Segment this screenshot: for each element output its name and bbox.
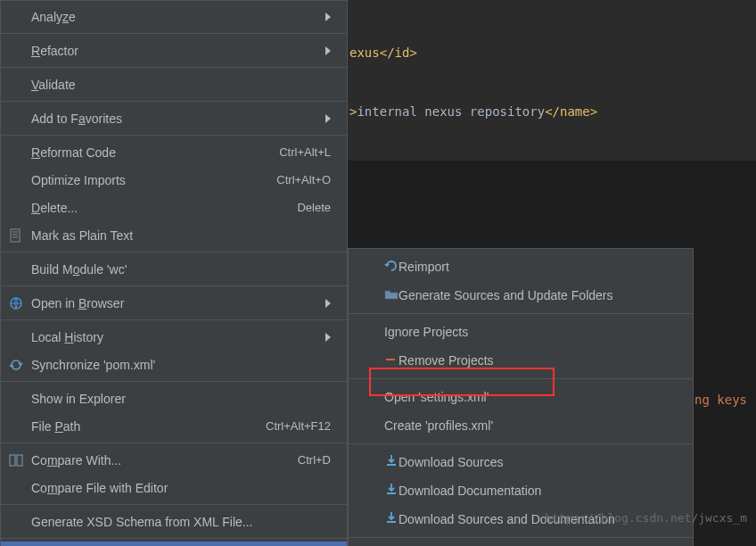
plain-text-icon bbox=[8, 228, 24, 244]
download-icon bbox=[384, 454, 399, 471]
menu-show-explorer[interactable]: Show in Explorer bbox=[1, 385, 347, 412]
menu-local-history[interactable]: Local History bbox=[1, 323, 347, 351]
browser-icon bbox=[8, 295, 24, 311]
menu-separator bbox=[1, 135, 347, 136]
menu-synchronize[interactable]: Synchronize 'pom.xml' bbox=[1, 351, 347, 378]
submenu-label: Create 'profiles.xml' bbox=[384, 418, 677, 433]
menu-maven[interactable]: m Maven bbox=[1, 542, 347, 546]
menu-add-favorites[interactable]: Add to Favorites bbox=[1, 104, 347, 132]
menu-separator bbox=[1, 33, 347, 34]
watermark-text: https://blog.csdn.net/jwcxs_m bbox=[545, 511, 747, 525]
menu-separator bbox=[1, 443, 347, 443]
menu-delete[interactable]: Delete... Delete bbox=[1, 194, 347, 221]
submenu-show-effective-pom[interactable]: Show Effective POM bbox=[349, 542, 693, 546]
shortcut-text: Delete bbox=[297, 201, 331, 214]
menu-separator bbox=[1, 285, 347, 286]
menu-label: Show in Explorer bbox=[31, 392, 331, 406]
shortcut-text: Ctrl+Alt+F12 bbox=[266, 419, 331, 433]
menu-label: Delete... bbox=[31, 201, 297, 215]
sync-icon bbox=[8, 357, 24, 373]
menu-label: Reformat Code bbox=[31, 145, 279, 160]
compare-icon bbox=[8, 452, 24, 468]
submenu-label: Open 'settings.xml' bbox=[384, 390, 677, 404]
menu-separator bbox=[349, 378, 693, 379]
menu-separator bbox=[1, 252, 347, 252]
menu-label: Compare File with Editor bbox=[31, 481, 331, 495]
download-icon bbox=[384, 483, 399, 500]
menu-label: Add to Favorites bbox=[31, 112, 318, 126]
submenu-arrow-icon bbox=[325, 299, 331, 308]
menu-separator bbox=[349, 443, 693, 444]
menu-separator bbox=[1, 504, 347, 505]
menu-separator bbox=[349, 537, 693, 538]
submenu-arrow-icon bbox=[325, 46, 331, 55]
shortcut-text: Ctrl+Alt+L bbox=[279, 145, 331, 159]
svg-rect-6 bbox=[17, 455, 22, 466]
menu-separator bbox=[1, 319, 347, 320]
svg-rect-5 bbox=[10, 455, 15, 466]
menu-separator bbox=[1, 101, 347, 102]
shortcut-text: Ctrl+Alt+O bbox=[276, 173, 331, 186]
menu-label: Build Module 'wc' bbox=[31, 262, 331, 277]
menu-reformat-code[interactable]: Reformat Code Ctrl+Alt+L bbox=[1, 138, 347, 166]
menu-separator bbox=[1, 67, 347, 68]
menu-label: Refactor bbox=[31, 44, 318, 58]
menu-label: Optimize Imports bbox=[31, 173, 276, 187]
submenu-ignore-projects[interactable]: Ignore Projects bbox=[349, 318, 693, 346]
submenu-arrow-icon bbox=[325, 333, 331, 342]
menu-label: Analyze bbox=[31, 10, 76, 24]
submenu-arrow-icon bbox=[325, 12, 331, 21]
remove-icon bbox=[384, 352, 399, 369]
menu-open-browser[interactable]: Open in Browser bbox=[1, 289, 347, 317]
menu-label: Generate XSD Schema from XML File... bbox=[31, 515, 331, 529]
menu-label: Mark as Plain Text bbox=[31, 228, 331, 243]
submenu-download-sources[interactable]: Download Sources bbox=[349, 448, 693, 476]
menu-validate[interactable]: Validate bbox=[1, 70, 347, 98]
reimport-icon bbox=[384, 259, 399, 276]
submenu-label: Ignore Projects bbox=[384, 325, 677, 339]
context-menu: Analyze Refactor Validate Add to Favorit… bbox=[0, 0, 348, 546]
submenu-open-settings[interactable]: Open 'settings.xml' bbox=[349, 383, 693, 411]
menu-generate-xsd[interactable]: Generate XSD Schema from XML File... bbox=[1, 508, 347, 535]
submenu-arrow-icon bbox=[325, 114, 331, 123]
submenu-label: Download Documentation bbox=[399, 484, 677, 498]
submenu-create-profiles[interactable]: Create 'profiles.xml' bbox=[349, 411, 693, 440]
menu-label: Synchronize 'pom.xml' bbox=[31, 358, 331, 372]
menu-analyze[interactable]: Analyze bbox=[1, 3, 347, 30]
menu-mark-plain-text[interactable]: Mark as Plain Text bbox=[1, 221, 347, 249]
menu-compare-with[interactable]: Compare With... Ctrl+D bbox=[1, 446, 347, 474]
menu-separator bbox=[1, 538, 347, 539]
menu-label: Compare With... bbox=[31, 453, 298, 467]
menu-refactor[interactable]: Refactor bbox=[1, 37, 347, 64]
menu-build-module[interactable]: Build Module 'wc' bbox=[1, 255, 347, 283]
menu-label: Validate bbox=[31, 78, 331, 92]
svg-rect-0 bbox=[11, 229, 20, 242]
ping-keys-text: ing keys bbox=[687, 393, 747, 407]
menu-label: Open in Browser bbox=[31, 296, 318, 310]
folder-icon bbox=[384, 287, 399, 304]
submenu-label: Remove Projects bbox=[399, 353, 677, 368]
menu-label: Local History bbox=[31, 330, 318, 344]
menu-label: File Path bbox=[31, 419, 266, 434]
menu-separator bbox=[349, 313, 693, 314]
editor-code: exus</id> >internal nexus repository</na… bbox=[348, 0, 756, 161]
shortcut-text: Ctrl+D bbox=[298, 453, 331, 467]
menu-compare-file-editor[interactable]: Compare File with Editor bbox=[1, 474, 347, 501]
submenu-generate-sources[interactable]: Generate Sources and Update Folders bbox=[349, 281, 693, 310]
menu-file-path[interactable]: File Path Ctrl+Alt+F12 bbox=[1, 412, 347, 440]
menu-separator bbox=[1, 381, 347, 382]
submenu-label: Download Sources bbox=[399, 455, 677, 469]
download-icon bbox=[384, 511, 399, 528]
submenu-label: Reimport bbox=[399, 260, 677, 274]
submenu-remove-projects[interactable]: Remove Projects bbox=[349, 346, 693, 375]
maven-submenu: Reimport Generate Sources and Update Fol… bbox=[348, 248, 694, 546]
submenu-download-docs[interactable]: Download Documentation bbox=[349, 476, 693, 505]
submenu-label: Generate Sources and Update Folders bbox=[399, 288, 677, 302]
submenu-reimport[interactable]: Reimport bbox=[349, 252, 693, 281]
menu-optimize-imports[interactable]: Optimize Imports Ctrl+Alt+O bbox=[1, 166, 347, 194]
